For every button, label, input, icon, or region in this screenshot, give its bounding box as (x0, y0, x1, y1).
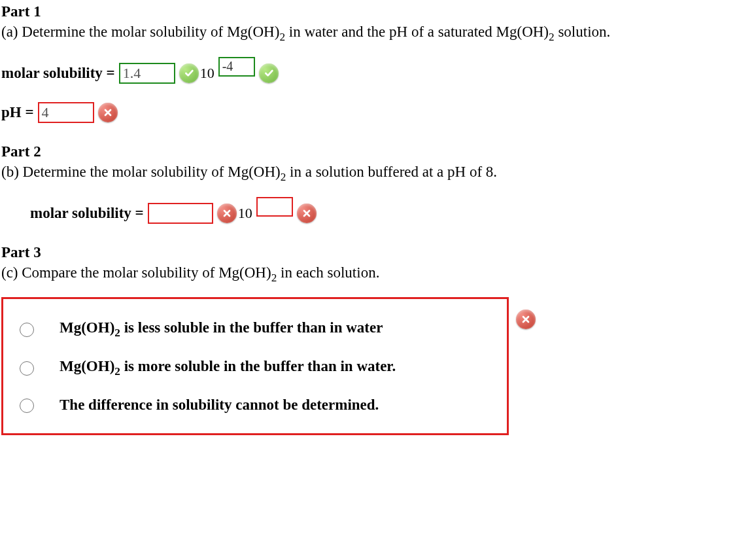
options-box: Mg(OH)2 is less soluble in the buffer th… (1, 297, 509, 435)
molar-exponent-input[interactable] (218, 57, 255, 77)
text: Mg(OH) (60, 319, 114, 336)
option-1-radio[interactable] (20, 323, 34, 337)
subscript: 2 (549, 31, 555, 43)
cross-icon (98, 103, 118, 122)
text: in water and the pH of a saturated Mg(OH… (285, 24, 549, 40)
text: in each solution. (277, 264, 379, 281)
molar-exponent-input[interactable] (256, 197, 293, 217)
text: Mg(OH) (60, 358, 114, 374)
option-1-label: Mg(OH)2 is less soluble in the buffer th… (60, 317, 383, 340)
part3-header: Part 3 (1, 242, 755, 262)
ph-input[interactable] (38, 102, 94, 123)
text: (b) Determine the molar solubility of Mg… (1, 164, 281, 180)
part3-prompt: (c) Compare the molar solubility of Mg(O… (1, 262, 755, 285)
cross-icon (297, 204, 317, 223)
molar-solubility-label: molar solubility = (1, 63, 115, 83)
text: in a solution buffered at a pH of 8. (286, 164, 497, 180)
times-ten-label: 10 (200, 63, 215, 83)
option-3-radio[interactable] (20, 399, 34, 413)
option-2[interactable]: Mg(OH)2 is more soluble in the buffer th… (11, 348, 499, 387)
option-2-label: Mg(OH)2 is more soluble in the buffer th… (60, 356, 396, 379)
text: is less soluble in the buffer than in wa… (120, 319, 383, 336)
option-1[interactable]: Mg(OH)2 is less soluble in the buffer th… (11, 310, 499, 348)
part2-header: Part 2 (1, 141, 755, 162)
subscript: 2 (279, 31, 285, 43)
option-3-label: The difference in solubility cannot be d… (60, 395, 379, 415)
molar-coefficient-input[interactable] (148, 203, 213, 224)
cross-icon (217, 204, 237, 223)
text: solution. (555, 24, 611, 40)
text: (c) Compare the molar solubility of Mg(O… (1, 264, 271, 281)
cross-icon (516, 310, 536, 329)
part1-ph-row: pH = (1, 102, 755, 123)
subscript: 2 (114, 365, 120, 377)
part1-header: Part 1 (1, 1, 755, 22)
times-ten-label: 10 (238, 204, 252, 223)
option-3[interactable]: The difference in solubility cannot be d… (11, 387, 499, 423)
molar-coefficient-input[interactable] (119, 63, 175, 84)
ph-label: pH = (1, 102, 34, 122)
option-2-radio[interactable] (20, 361, 34, 376)
subscript: 2 (271, 271, 277, 283)
part2-prompt: (b) Determine the molar solubility of Mg… (1, 162, 755, 185)
check-icon (179, 63, 199, 83)
part1-molar-row: molar solubility = 10 (1, 63, 755, 84)
text: (a) Determine the molar solubility of Mg… (1, 24, 279, 40)
text: is more soluble in the buffer than in wa… (120, 358, 396, 374)
subscript: 2 (114, 326, 120, 338)
part1-prompt: (a) Determine the molar solubility of Mg… (1, 22, 755, 44)
check-icon (259, 63, 279, 83)
molar-solubility-label: molar solubility = (30, 203, 144, 223)
part2-molar-row: molar solubility = 10 (30, 203, 755, 224)
